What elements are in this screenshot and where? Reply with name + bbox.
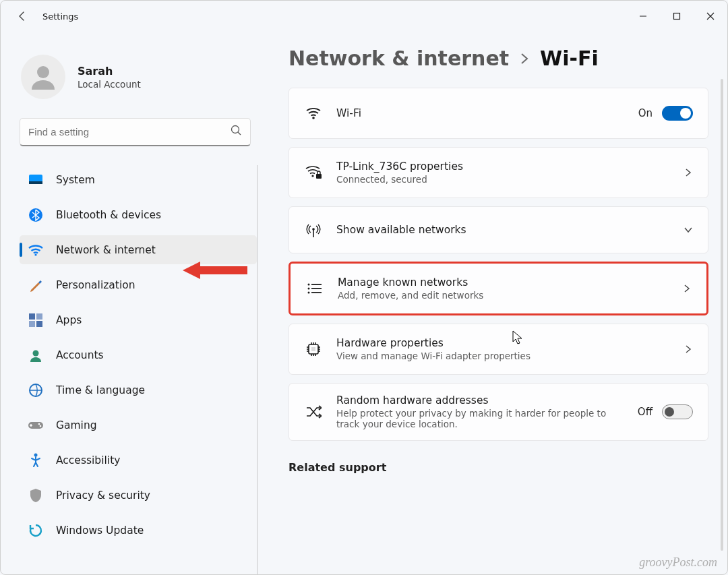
sidebar-item-accessibility[interactable]: Accessibility	[20, 446, 257, 475]
breadcrumb-parent[interactable]: Network & internet	[289, 47, 509, 70]
sidebar-item-bluetooth[interactable]: Bluetooth & devices	[20, 200, 257, 229]
card-connection-properties[interactable]: TP-Link_736C properties Connected, secur…	[289, 147, 708, 198]
wifi-secure-icon	[304, 165, 323, 180]
sidebar-item-windows-update[interactable]: Windows Update	[20, 516, 257, 545]
sidebar-item-label: System	[56, 174, 95, 186]
svg-line-4	[238, 132, 241, 135]
sidebar-item-label: Accessibility	[56, 454, 120, 466]
minimize-button[interactable]	[626, 4, 660, 28]
sidebar-item-apps[interactable]: Apps	[20, 305, 257, 334]
hardware-title: Hardware properties	[336, 337, 670, 349]
settings-window: Settings Sarah Local Account	[0, 0, 728, 575]
antenna-icon	[304, 222, 323, 238]
svg-point-8	[34, 253, 36, 255]
sidebar-item-label: Network & internet	[56, 244, 156, 256]
sidebar-item-privacy[interactable]: Privacy & security	[20, 481, 257, 510]
chevron-down-icon	[684, 225, 693, 235]
known-title: Manage known networks	[338, 276, 669, 289]
window-title: Settings	[42, 11, 78, 22]
nav-list: System Bluetooth & devices Network & int…	[20, 165, 257, 574]
sidebar-item-label: Windows Update	[56, 524, 144, 537]
random-toggle[interactable]	[662, 404, 693, 419]
gamepad-icon	[28, 417, 44, 433]
sidebar-item-label: Accounts	[56, 349, 104, 361]
card-wifi-toggle[interactable]: Wi-Fi On	[289, 88, 708, 139]
content-area: Sarah Local Account System Bluetooth & d…	[1, 32, 727, 574]
svg-point-26	[308, 288, 310, 290]
search-input[interactable]	[28, 126, 231, 138]
watermark: groovyPost.com	[639, 555, 717, 570]
sidebar-item-network[interactable]: Network & internet	[20, 235, 257, 264]
card-manage-known-networks[interactable]: Manage known networks Add, remove, and e…	[289, 262, 708, 315]
connection-title: TP-Link_736C properties	[336, 160, 670, 173]
list-icon	[305, 282, 324, 295]
chip-icon	[304, 341, 323, 357]
svg-point-17	[40, 425, 42, 427]
svg-point-3	[232, 126, 239, 133]
svg-point-2	[37, 66, 49, 78]
sidebar-item-gaming[interactable]: Gaming	[20, 411, 257, 440]
paintbrush-icon	[28, 277, 44, 293]
titlebar: Settings	[1, 1, 727, 32]
wifi-icon	[304, 107, 323, 120]
svg-rect-10	[36, 313, 42, 320]
shuffle-icon	[304, 405, 323, 419]
sidebar-item-system[interactable]: System	[20, 165, 257, 194]
system-icon	[28, 172, 44, 188]
hardware-subtitle: View and manage Wi-Fi adapter properties	[336, 351, 670, 361]
svg-point-20	[311, 175, 313, 177]
sidebar-item-label: Gaming	[56, 419, 97, 431]
svg-point-24	[308, 284, 310, 286]
card-random-hardware-addresses[interactable]: Random hardware addresses Help protect y…	[289, 383, 708, 441]
sidebar-item-time-language[interactable]: Time & language	[20, 375, 257, 404]
random-subtitle: Help protect your privacy by making it h…	[336, 408, 624, 429]
chevron-right-icon	[682, 284, 692, 293]
maximize-button[interactable]	[660, 4, 694, 28]
profile-account-type: Local Account	[78, 79, 141, 90]
breadcrumb: Network & internet Wi-Fi	[289, 47, 708, 70]
arrow-left-icon	[17, 11, 28, 22]
wifi-title: Wi-Fi	[336, 107, 625, 119]
svg-rect-12	[36, 321, 42, 327]
svg-rect-21	[316, 174, 322, 179]
wifi-toggle[interactable]	[662, 106, 693, 121]
connection-subtitle: Connected, secured	[336, 174, 670, 185]
scrollbar[interactable]	[721, 79, 723, 551]
svg-point-19	[312, 117, 315, 119]
sidebar-item-accounts[interactable]: Accounts	[20, 340, 257, 369]
sidebar-item-personalization[interactable]: Personalization	[20, 270, 257, 299]
breadcrumb-current: Wi-Fi	[540, 47, 599, 70]
apps-icon	[28, 312, 44, 328]
sidebar-item-label: Personalization	[56, 279, 135, 291]
sidebar-item-label: Bluetooth & devices	[56, 209, 161, 221]
svg-point-28	[308, 292, 310, 294]
chevron-right-icon	[520, 52, 529, 65]
svg-rect-6	[29, 181, 42, 184]
accessibility-icon	[28, 452, 44, 468]
card-available-networks[interactable]: Show available networks	[289, 206, 708, 253]
card-hardware-properties[interactable]: Hardware properties View and manage Wi-F…	[289, 324, 708, 375]
profile-text: Sarah Local Account	[78, 65, 141, 90]
profile[interactable]: Sarah Local Account	[20, 52, 253, 118]
svg-rect-11	[29, 321, 35, 327]
random-title: Random hardware addresses	[336, 394, 624, 406]
chevron-right-icon	[684, 168, 693, 177]
chevron-right-icon	[684, 344, 693, 354]
back-button[interactable]	[11, 5, 33, 27]
accounts-icon	[28, 347, 44, 363]
known-subtitle: Add, remove, and edit networks	[338, 290, 669, 301]
random-state-label: Off	[638, 406, 653, 418]
sidebar-item-label: Time & language	[56, 384, 145, 396]
bluetooth-icon	[28, 207, 44, 223]
svg-point-13	[33, 350, 39, 356]
svg-rect-9	[29, 313, 35, 320]
sidebar: Sarah Local Account System Bluetooth & d…	[1, 32, 260, 574]
sidebar-item-label: Privacy & security	[56, 489, 150, 502]
avatar	[21, 55, 65, 99]
caption-buttons	[626, 4, 727, 28]
related-support-heading: Related support	[289, 461, 708, 474]
search-box[interactable]	[20, 118, 251, 146]
close-button[interactable]	[694, 4, 727, 28]
svg-point-16	[38, 423, 40, 425]
shield-icon	[28, 487, 44, 504]
